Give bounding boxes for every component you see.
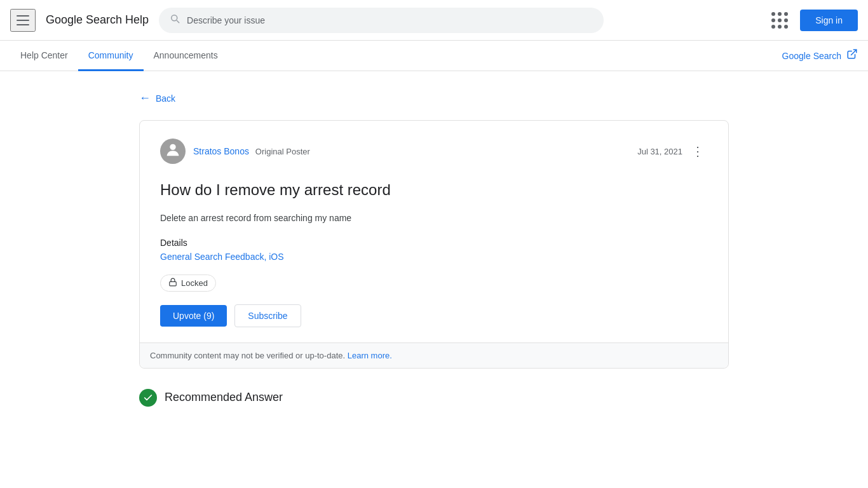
subscribe-button[interactable]: Subscribe bbox=[234, 304, 301, 327]
post-meta-right: Jul 31, 2021 ⋮ bbox=[637, 141, 708, 161]
upvote-button[interactable]: Upvote (9) bbox=[160, 305, 227, 327]
post-author: Stratos Bonos Original Poster bbox=[160, 139, 310, 164]
sign-in-button[interactable]: Sign in bbox=[800, 10, 858, 31]
post-title: How do I remove my arrest record bbox=[160, 179, 708, 201]
check-icon bbox=[139, 389, 157, 407]
post-date: Jul 31, 2021 bbox=[637, 147, 682, 156]
details-link[interactable]: General Search Feedback, iOS bbox=[160, 252, 708, 262]
avatar bbox=[160, 139, 186, 164]
back-arrow-icon: ← bbox=[139, 92, 151, 105]
top-header: Google Search Help Sign in bbox=[0, 0, 868, 41]
main-content: ← Back Stratos Bonos Original Poster bbox=[129, 71, 739, 427]
post-actions: Upvote (9) Subscribe bbox=[160, 304, 708, 327]
external-link-icon bbox=[846, 48, 858, 63]
apps-button[interactable] bbox=[767, 8, 792, 33]
post-header: Stratos Bonos Original Poster Jul 31, 20… bbox=[160, 139, 708, 164]
more-options-button[interactable]: ⋮ bbox=[688, 141, 708, 161]
hamburger-button[interactable] bbox=[10, 9, 36, 32]
author-name[interactable]: Stratos Bonos bbox=[193, 146, 249, 156]
svg-point-1 bbox=[170, 144, 175, 150]
nav-tabs: Help Center Community Announcements Goog… bbox=[0, 41, 868, 71]
lock-icon bbox=[168, 278, 177, 288]
nav-left: Help Center Community Announcements bbox=[10, 41, 228, 71]
app-title: Google Search Help bbox=[46, 13, 149, 27]
svg-line-0 bbox=[851, 50, 857, 55]
author-badge: Original Poster bbox=[255, 147, 310, 156]
locked-badge: Locked bbox=[160, 274, 216, 292]
search-bar bbox=[159, 8, 604, 33]
community-notice: Community content may not be verified or… bbox=[140, 342, 728, 368]
google-search-link[interactable]: Google Search bbox=[782, 48, 858, 63]
search-icon bbox=[169, 13, 180, 27]
tab-help-center[interactable]: Help Center bbox=[10, 41, 78, 71]
header-right: Sign in bbox=[767, 8, 858, 33]
details-label: Details bbox=[160, 238, 708, 248]
tab-announcements[interactable]: Announcements bbox=[144, 41, 228, 71]
recommended-answer: Recommended Answer bbox=[139, 389, 729, 407]
post-body: Delete an arrest record from searching m… bbox=[160, 211, 708, 225]
avatar-icon bbox=[164, 141, 182, 161]
learn-more-link[interactable]: Learn more. bbox=[348, 351, 392, 360]
back-link[interactable]: ← Back bbox=[139, 92, 729, 105]
tab-community[interactable]: Community bbox=[78, 41, 144, 71]
svg-rect-2 bbox=[170, 281, 177, 285]
post-card: Stratos Bonos Original Poster Jul 31, 20… bbox=[139, 120, 729, 369]
search-input[interactable] bbox=[187, 15, 593, 25]
